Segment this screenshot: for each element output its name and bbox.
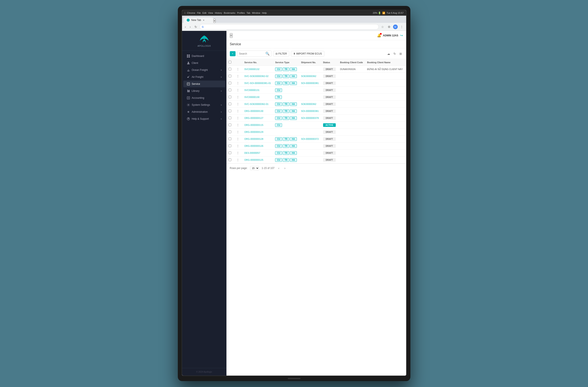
row-dots-btn[interactable]: ⋮ [235,130,240,134]
row-checkbox[interactable] [229,130,231,133]
row-service-no[interactable]: ORG-0000000127 [242,115,273,122]
help-menu[interactable]: Help [262,12,267,14]
row-service-no[interactable]: SVC00000132 [242,66,273,73]
shipment-link[interactable]: SOI-0000000381 [301,82,319,84]
row-checkbox[interactable] [229,96,231,98]
reload-btn[interactable]: ↻ [193,24,198,29]
search-box[interactable]: 🔍 [237,51,272,57]
row-service-no[interactable]: ORG-0000000126 [242,143,273,150]
chrome-tab-new[interactable]: New Tab ✕ [184,17,213,23]
row-dots-btn[interactable]: ⋮ [235,88,240,92]
row-shipment-no[interactable] [299,122,321,129]
row-dots-btn[interactable]: ⋮ [235,67,240,71]
rows-per-page-select[interactable]: 15 25 50 [250,166,259,170]
service-no-link[interactable]: ORG-0000000128 [244,138,263,140]
row-service-no[interactable]: SVC00000130 [242,94,273,101]
service-no-link[interactable]: ORG-0000000130 [244,110,263,112]
row-service-no[interactable]: SVC-SOI-0000000381-01 [242,80,273,87]
sidebar-item-dashboard[interactable]: Dashboard [183,53,225,59]
row-dots-btn[interactable]: ⋮ [235,137,240,141]
hamburger-btn[interactable]: ≡ [230,33,232,38]
refresh-btn[interactable]: ↻ [393,51,397,56]
row-checkbox[interactable] [229,117,231,119]
row-shipment-no[interactable] [299,156,321,163]
row-shipment-no[interactable]: SOE00000362 [299,73,321,80]
url-input[interactable] [205,25,376,28]
row-action-cell[interactable]: ⋮ [233,150,242,156]
service-no-link[interactable]: ORG-0000000126 [244,145,263,147]
profiles-menu[interactable]: Profiles [237,12,245,14]
row-action-cell[interactable]: ⋮ [233,136,242,143]
row-checkbox-cell[interactable] [227,94,233,101]
filter-btn[interactable]: ⊟ FILTER [273,51,289,56]
columns-btn[interactable]: ⊞ [399,51,403,56]
cloud-btn[interactable]: ☁ [386,51,391,56]
row-shipment-no[interactable] [299,66,321,73]
row-action-cell[interactable]: ⋮ [233,80,242,87]
row-checkbox[interactable] [229,103,231,105]
history-menu[interactable]: History [215,12,222,14]
row-action-cell[interactable]: ⋮ [233,156,242,163]
select-all-checkbox[interactable] [229,61,231,64]
row-service-no[interactable]: SVC-SOE00000362-01 [242,101,273,108]
row-service-no[interactable]: ORG-0000000130 [242,108,273,115]
row-action-cell[interactable]: ⋮ [233,143,242,150]
row-dots-btn[interactable]: ⋮ [235,116,240,120]
row-dots-btn[interactable]: ⋮ [235,95,240,99]
row-action-cell[interactable]: ⋮ [233,115,242,122]
row-checkbox[interactable] [229,68,231,70]
row-shipment-no[interactable]: SOI-0000000372 [299,136,321,143]
row-checkbox[interactable] [229,144,231,147]
service-no-link[interactable]: SVC00000132 [244,68,260,70]
address-bar[interactable]: G [200,24,379,30]
row-action-cell[interactable]: ⋮ [233,87,242,94]
service-no-link[interactable]: SVC00000131 [244,89,260,91]
import-btn[interactable]: ⬆ IMPORT FROM ECUS [291,51,324,56]
row-service-no[interactable]: ORG-0000000129 [242,129,273,136]
row-service-no[interactable]: DES-00000057 [242,150,273,156]
row-dots-btn[interactable]: ⋮ [235,151,240,155]
table-area[interactable]: + 🔍 ⊟ FILTER ⬆ IMPORT FROM ECUS [227,48,406,376]
row-checkbox-cell[interactable] [227,66,233,73]
row-action-cell[interactable]: ⋮ [233,73,242,80]
tab-menu[interactable]: Tab [247,12,250,14]
row-shipment-no[interactable]: SOE00000362 [299,101,321,108]
service-no-link[interactable]: ORG-0000000125 [244,159,263,161]
row-checkbox-cell[interactable] [227,87,233,94]
row-action-cell[interactable]: ⋮ [233,66,242,73]
row-checkbox-cell[interactable] [227,156,233,163]
shipment-link[interactable]: SOE00000362 [301,75,316,77]
profile-btn[interactable]: M [393,24,398,29]
row-action-cell[interactable]: ⋮ [233,94,242,101]
row-service-no[interactable]: SVC00000131 [242,87,273,94]
new-tab-btn[interactable]: + [213,19,216,23]
row-dots-btn[interactable]: ⋮ [235,109,240,113]
service-no-link[interactable]: SVC-SOE00000362-01 [244,103,269,105]
sidebar-item-help-support[interactable]: Help & Support ▾ [183,115,225,122]
sidebar-item-air-freight[interactable]: Air Freight ▾ [183,74,225,80]
menu-btn[interactable]: ⋮ [399,24,404,29]
forward-btn[interactable]: › [189,24,192,29]
row-action-cell[interactable]: ⋮ [233,101,242,108]
row-service-no[interactable]: ORG-0000000128 [242,136,273,143]
row-shipment-no[interactable] [299,87,321,94]
extension-btn[interactable]: ⚙ [386,24,392,29]
shipment-link[interactable]: SOE00000362 [301,103,316,105]
sidebar-item-library[interactable]: Library ▾ [183,87,225,94]
service-no-link[interactable]: ORG-0000000127 [244,117,263,119]
row-action-cell[interactable]: ⋮ [233,129,242,136]
row-checkbox-cell[interactable] [227,80,233,87]
file-menu[interactable]: File [197,12,201,14]
row-dots-btn[interactable]: ⋮ [235,144,240,148]
service-no-link[interactable]: ORG-0000000129 [244,131,263,133]
shipment-link[interactable]: SOI-0000000372 [301,138,319,140]
row-checkbox-cell[interactable] [227,115,233,122]
row-shipment-no[interactable]: SOI-0000000378 [299,115,321,122]
row-checkbox[interactable] [229,82,231,84]
row-checkbox[interactable] [229,158,231,161]
service-no-link[interactable]: SVC-SOE00000362-02 [244,75,269,77]
sidebar-item-accounting[interactable]: Accounting [183,95,225,101]
service-no-link[interactable]: SVC00000130 [244,96,260,98]
row-checkbox[interactable] [229,75,231,77]
row-checkbox[interactable] [229,89,231,91]
